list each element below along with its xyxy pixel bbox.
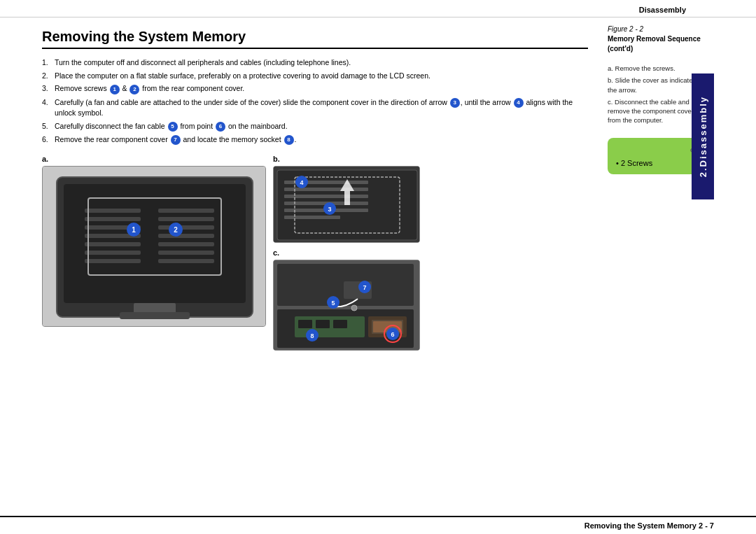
image-c-label: c.: [273, 248, 420, 257]
svg-rect-18: [120, 312, 190, 319]
step-6: 6. Remove the rear component cover 7 and…: [42, 134, 588, 145]
step-5-text: Carefully disconnect the fan cable 5 fro…: [55, 121, 588, 132]
main-layout: Removing the System Memory 1. Turn the c…: [0, 17, 756, 516]
svg-rect-11: [158, 217, 214, 221]
screws-box: ✏ • 2 Screws: [608, 138, 706, 174]
figure-caption: Figure 2 - 2 Memory Removal Sequence (co…: [608, 24, 707, 54]
svg-rect-12: [158, 225, 214, 230]
right-sidebar: Figure 2 - 2 Memory Removal Sequence (co…: [602, 17, 714, 516]
step-2-text: Place the computer on a flat stable surf…: [55, 71, 588, 81]
image-c: 7 5 6 8: [273, 260, 420, 351]
step-6-text: Remove the rear component cover 7 and lo…: [55, 134, 588, 145]
svg-rect-35: [344, 191, 350, 205]
svg-point-61: [351, 305, 357, 311]
svg-rect-32: [284, 216, 340, 219]
disassembly-tab-label: 2.Disassembly: [698, 96, 708, 177]
image-a-block: a.: [42, 155, 266, 351]
step-5: 5. Carefully disconnect the fan cable 5 …: [42, 121, 588, 132]
step-4: 4. Carefully (a fan and cable are attach…: [42, 97, 588, 118]
svg-rect-16: [158, 259, 214, 263]
step-3: 3. Remove screws 1 & 2 from the rear com…: [42, 83, 588, 94]
page-container: Disassembly Removing the System Memory 1…: [0, 0, 756, 534]
step-3-text: Remove screws 1 & 2 from the rear compon…: [55, 83, 588, 94]
svg-rect-17: [134, 303, 176, 314]
page-title: Removing the System Memory: [42, 29, 588, 49]
screws-box-text: • 2 Screws: [616, 159, 697, 167]
step-4-text: Carefully (a fan and cable are attached …: [55, 97, 588, 118]
svg-rect-15: [158, 251, 214, 255]
svg-text:8: 8: [310, 332, 314, 339]
svg-rect-49: [316, 320, 330, 328]
svg-rect-7: [85, 242, 141, 246]
svg-rect-9: [85, 259, 141, 263]
step-1: 1. Turn the computer off and disconnect …: [42, 57, 588, 68]
section-label: Disassembly: [639, 6, 686, 14]
image-a-label: a.: [42, 155, 266, 163]
svg-rect-8: [85, 251, 141, 255]
svg-text:1: 1: [132, 226, 136, 234]
svg-rect-29: [284, 195, 368, 198]
figure-title: Memory Removal Sequence (cont'd): [608, 34, 707, 54]
svg-rect-28: [284, 188, 368, 191]
image-b-label: b.: [273, 155, 420, 163]
svg-rect-48: [298, 320, 312, 328]
image-b-block: b.: [273, 155, 420, 243]
svg-text:2: 2: [174, 226, 178, 234]
steps-list: 1. Turn the computer off and disconnect …: [42, 57, 588, 145]
svg-rect-3: [85, 209, 141, 213]
svg-text:3: 3: [328, 206, 331, 213]
svg-text:7: 7: [363, 284, 366, 291]
note-a: a. Remove the screws.: [608, 64, 707, 73]
svg-text:6: 6: [391, 331, 394, 338]
svg-text:4: 4: [300, 179, 303, 186]
top-bar: Disassembly: [0, 0, 756, 17]
svg-rect-13: [158, 234, 214, 238]
bottom-bar: Removing the System Memory 2 - 7: [0, 516, 756, 534]
svg-text:5: 5: [331, 300, 335, 307]
step-1-text: Turn the computer off and disconnect all…: [55, 57, 588, 68]
images-bc-col: b.: [273, 155, 420, 351]
footer-text: Removing the System Memory 2 - 7: [584, 521, 714, 530]
svg-rect-50: [333, 320, 347, 328]
images-row: a.: [42, 155, 588, 351]
figure-number: Figure 2 - 2: [608, 24, 707, 34]
image-a: 1 2: [42, 166, 266, 327]
disassembly-tab: 2.Disassembly: [692, 73, 714, 199]
image-b: 4 3: [273, 166, 420, 243]
step-2: 2. Place the computer on a flat stable s…: [42, 71, 588, 81]
svg-rect-10: [158, 209, 214, 213]
svg-rect-14: [158, 242, 214, 246]
image-c-block: c.: [273, 248, 420, 351]
svg-rect-4: [85, 217, 141, 221]
content-area: Removing the System Memory 1. Turn the c…: [0, 17, 602, 516]
